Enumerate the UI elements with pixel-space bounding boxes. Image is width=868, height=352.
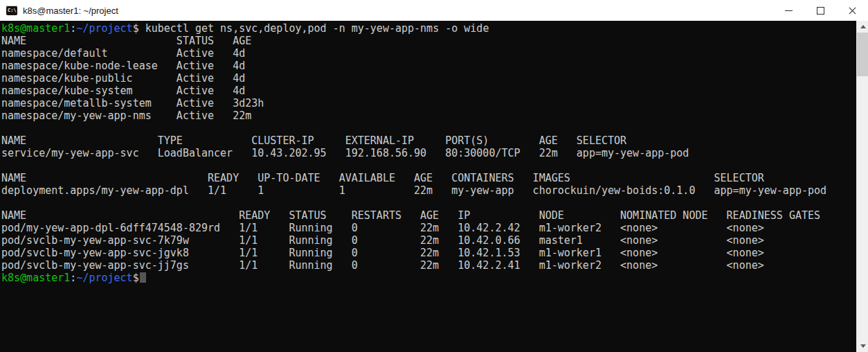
maximize-button[interactable] [804, 0, 836, 21]
terminal-cursor [140, 272, 146, 283]
terminal-line: namespace/kube-system Active 4d [1, 85, 868, 97]
command-text: kubectl get ns,svc,deploy,pod -n my-yew-… [139, 22, 489, 35]
prompt-path: ~/project [76, 22, 132, 35]
terminal-line: service/my-yew-app-svc LoadBalancer 10.4… [1, 147, 868, 159]
maximize-icon [817, 7, 824, 15]
terminal-line: namespace/metallb-system Active 3d23h [1, 97, 868, 109]
terminal-line [1, 122, 868, 134]
terminal-line: k8s@master1:~/project$ kubectl get ns,sv… [1, 22, 868, 35]
scrollbar-down-button[interactable] [857, 340, 868, 352]
scrollbar[interactable] [856, 21, 868, 352]
minimize-icon [785, 10, 793, 11]
close-icon [848, 6, 857, 15]
terminal-line: NAME STATUS AGE [1, 35, 868, 47]
terminal-line: NAME READY STATUS RESTARTS AGE IP NODE N… [1, 209, 868, 222]
terminal-line [1, 159, 868, 172]
window-title: k8s@master1: ~/project [23, 6, 118, 16]
terminal-line: pod/svclb-my-yew-app-svc-7k79w 1/1 Runni… [1, 234, 868, 247]
window-controls [772, 0, 868, 21]
terminal-line: NAME READY UP-TO-DATE AVAILABLE AGE CONT… [1, 172, 868, 184]
terminal-line: namespace/my-yew-app-nms Active 22m [1, 109, 868, 122]
close-button[interactable] [836, 0, 868, 21]
scrollbar-up-button[interactable] [857, 21, 868, 33]
terminal-line: namespace/default Active 4d [1, 47, 868, 60]
terminal-line: pod/svclb-my-yew-app-svc-jgvk8 1/1 Runni… [1, 247, 868, 259]
terminal-line: namespace/kube-node-lease Active 4d [1, 60, 868, 72]
terminal-line: NAME TYPE CLUSTER-IP EXTERNAL-IP PORT(S)… [1, 134, 868, 147]
terminal-text: k8s@master1:~/project$ kubectl get ns,sv… [0, 21, 868, 284]
terminal-line: k8s@master1:~/project$ [1, 272, 868, 284]
terminal-line: pod/svclb-my-yew-app-svc-jj7gs 1/1 Runni… [1, 259, 868, 272]
chevron-up-icon [860, 25, 866, 28]
terminal-window: C:\ k8s@master1: ~/project k8s@master1:~… [0, 0, 868, 352]
chevron-down-icon [860, 344, 866, 348]
cmd-icon: C:\ [6, 6, 17, 15]
title-bar[interactable]: C:\ k8s@master1: ~/project [0, 0, 868, 21]
terminal-output[interactable]: k8s@master1:~/project$ kubectl get ns,sv… [0, 21, 868, 352]
scrollbar-thumb[interactable] [857, 33, 868, 76]
prompt-path: ~/project [76, 272, 132, 284]
prompt-user-host: k8s@master1 [1, 22, 70, 35]
terminal-line: pod/my-yew-app-dpl-6dff474548-829rd 1/1 … [1, 222, 868, 234]
terminal-line [1, 197, 868, 209]
minimize-button[interactable] [772, 0, 804, 21]
prompt-user-host: k8s@master1 [1, 272, 70, 284]
cmd-icon-text: C:\ [6, 6, 17, 14]
terminal-line: deployment.apps/my-yew-app-dpl 1/1 1 1 2… [1, 184, 868, 197]
terminal-line: namespace/kube-public Active 4d [1, 72, 868, 85]
